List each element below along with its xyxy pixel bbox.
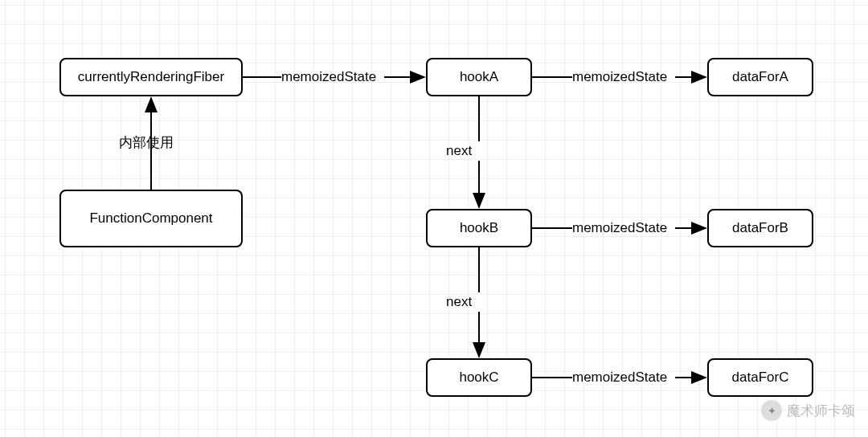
node-function-component: FunctionComponent: [59, 190, 243, 247]
wechat-icon: ✦: [761, 400, 782, 421]
node-label: FunctionComponent: [89, 210, 212, 227]
node-label: currentlyRenderingFiber: [78, 69, 224, 85]
node-currently-rendering-fiber: currentlyRenderingFiber: [59, 58, 243, 96]
edge-label-hooka-to-hookb: next: [446, 143, 472, 159]
node-label: hookA: [460, 69, 498, 85]
node-label: hookC: [459, 370, 498, 386]
edge-label-fc-to-crf: 内部使用: [119, 133, 174, 152]
node-data-for-c: dataForC: [707, 358, 813, 397]
edge-label-hookb-to-hookc: next: [446, 294, 472, 310]
node-data-for-a: dataForA: [707, 58, 813, 96]
edge-label-hookb-to-datab: memoizedState: [572, 220, 667, 236]
node-data-for-b: dataForB: [707, 209, 813, 247]
node-hook-b: hookB: [426, 209, 532, 247]
node-label: dataForB: [732, 220, 788, 236]
edge-label-hooka-to-dataa: memoizedState: [572, 69, 667, 85]
node-label: hookB: [460, 220, 498, 236]
node-hook-a: hookA: [426, 58, 532, 96]
node-label: dataForC: [732, 370, 789, 386]
node-label: dataForA: [732, 69, 788, 85]
watermark: ✦ 魔术师卡颂: [761, 400, 855, 421]
edge-label-hookc-to-datac: memoizedState: [572, 370, 667, 386]
edge-label-crf-to-hooka: memoizedState: [281, 69, 376, 85]
node-hook-c: hookC: [426, 358, 532, 397]
watermark-text: 魔术师卡颂: [787, 402, 855, 420]
